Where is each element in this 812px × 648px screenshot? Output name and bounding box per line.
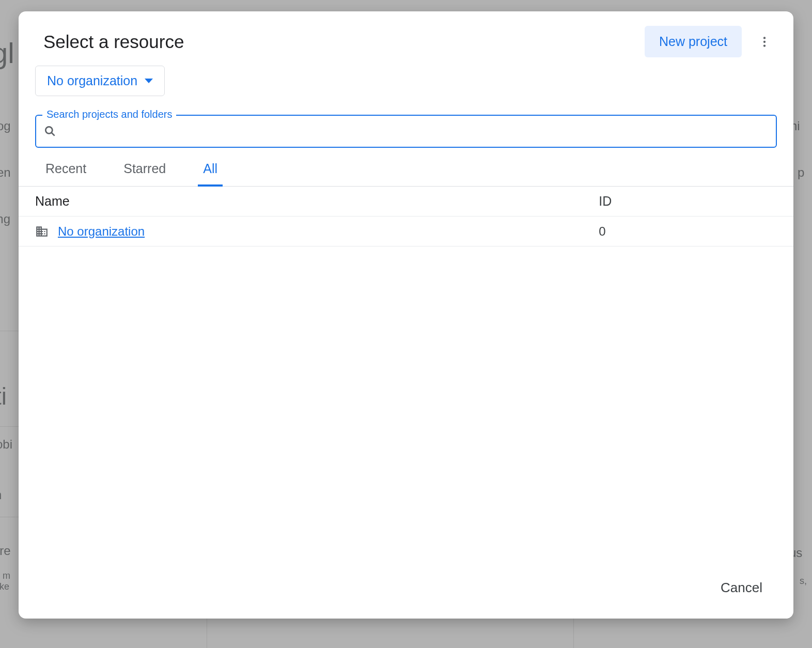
- new-project-button[interactable]: New project: [645, 26, 742, 57]
- tab-all[interactable]: All: [198, 157, 223, 187]
- resource-table: Name ID No organization 0: [19, 187, 793, 246]
- tab-recent[interactable]: Recent: [40, 157, 91, 187]
- more-vert-icon: [758, 35, 771, 49]
- organization-dropdown-label: No organization: [47, 73, 137, 88]
- svg-point-2: [763, 44, 766, 47]
- svg-point-3: [45, 127, 52, 133]
- dialog-footer: Cancel: [19, 563, 793, 619]
- resource-picker-dialog: Select a resource New project No organiz…: [19, 11, 793, 619]
- row-id-value: 0: [599, 224, 777, 239]
- search-icon: [43, 125, 57, 138]
- table-header: Name ID: [19, 187, 793, 217]
- tabs: Recent Starred All: [19, 148, 793, 187]
- chevron-down-icon: [145, 79, 153, 83]
- organization-row: No organization: [19, 61, 793, 102]
- svg-line-4: [52, 133, 55, 136]
- more-options-button[interactable]: [752, 29, 777, 54]
- dialog-title: Select a resource: [43, 32, 645, 52]
- domain-icon: [35, 225, 49, 238]
- search-input[interactable]: [57, 125, 769, 138]
- search-label: Search projects and folders: [42, 109, 176, 120]
- tab-starred[interactable]: Starred: [118, 157, 171, 187]
- organization-dropdown[interactable]: No organization: [35, 66, 165, 96]
- column-header-id[interactable]: ID: [599, 194, 777, 209]
- svg-point-1: [763, 40, 766, 42]
- column-header-name[interactable]: Name: [35, 194, 599, 209]
- search-field-wrap: Search projects and folders: [35, 115, 777, 148]
- dialog-header: Select a resource New project: [19, 11, 793, 61]
- row-name-link[interactable]: No organization: [58, 224, 145, 239]
- table-row[interactable]: No organization 0: [19, 217, 793, 246]
- cancel-button[interactable]: Cancel: [712, 574, 771, 602]
- svg-point-0: [763, 37, 766, 39]
